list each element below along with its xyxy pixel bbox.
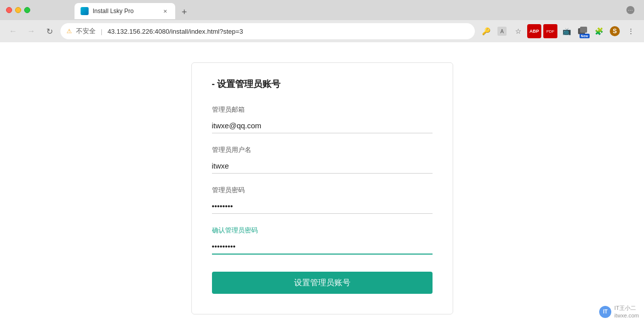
confirm-password-input[interactable]: [212, 239, 433, 255]
address-field[interactable]: ⚠ 不安全 | 43.132.156.226:4080/install/inde…: [60, 23, 475, 39]
watermark-text: IT王小二 itwxe.com: [614, 304, 639, 319]
security-icon: ⚠: [66, 28, 72, 35]
tab-favicon: [81, 7, 89, 15]
address-bar: ← → ↻ ⚠ 不安全 | 43.132.156.226:4080/instal…: [0, 20, 644, 42]
password-input[interactable]: [212, 199, 433, 214]
back-button[interactable]: ←: [6, 24, 20, 38]
tab-title: Install Lsky Pro: [93, 8, 157, 15]
watermark-logo: IT: [599, 306, 611, 318]
traffic-lights: [6, 7, 30, 13]
svg-text:A: A: [500, 29, 504, 34]
password-group: 管理员密码: [212, 186, 433, 214]
tab-close-button[interactable]: ✕: [161, 7, 169, 15]
url-text: 43.132.156.226:4080/install/index.html?s…: [107, 28, 243, 35]
email-input[interactable]: [212, 118, 433, 133]
form-card: - 设置管理员账号 管理员邮箱 管理员用户名 管理员密码 确认管理员密码 设置管…: [191, 62, 453, 314]
extensions-icon[interactable]: 🧩: [592, 24, 606, 38]
refresh-button[interactable]: ↻: [42, 24, 56, 38]
maximize-button[interactable]: [24, 7, 30, 13]
window-menu-icon: ⋯: [626, 6, 635, 15]
translate-icon[interactable]: A: [495, 24, 509, 38]
bookmark-icon[interactable]: ☆: [511, 24, 525, 38]
cast-icon[interactable]: 📺: [559, 24, 574, 38]
email-group: 管理员邮箱: [212, 105, 433, 133]
submit-button[interactable]: 设置管理员账号: [212, 272, 433, 294]
svg-text:S: S: [613, 28, 617, 35]
svg-rect-5: [580, 27, 587, 33]
password-label: 管理员密码: [212, 186, 433, 195]
toolbar-icons: 🔑 A ☆ ABP PDF 📺 New 🧩: [479, 24, 638, 38]
confirm-password-label: 确认管理员密码: [212, 226, 433, 235]
username-group: 管理员用户名: [212, 145, 433, 174]
form-title: - 设置管理员账号: [212, 78, 433, 90]
more-menu-icon[interactable]: ⋮: [624, 24, 638, 38]
abp-icon[interactable]: ABP: [527, 24, 541, 38]
confirm-password-group: 确认管理员密码: [212, 226, 433, 255]
profile-icon[interactable]: S: [608, 24, 622, 38]
key-icon[interactable]: 🔑: [479, 24, 493, 38]
active-tab[interactable]: Install Lsky Pro ✕: [75, 3, 175, 19]
watermark: IT IT王小二 itwxe.com: [599, 304, 639, 319]
close-button[interactable]: [6, 7, 12, 13]
new-badge: New: [580, 34, 590, 38]
svg-text:⋯: ⋯: [628, 8, 633, 13]
pdf-icon[interactable]: PDF: [543, 24, 557, 38]
email-label: 管理员邮箱: [212, 105, 433, 114]
forward-button[interactable]: →: [24, 24, 38, 38]
page-content: - 设置管理员账号 管理员邮箱 管理员用户名 管理员密码 确认管理员密码 设置管…: [0, 42, 644, 324]
username-label: 管理员用户名: [212, 145, 433, 154]
new-tab-button[interactable]: +: [177, 5, 191, 19]
minimize-button[interactable]: [15, 7, 21, 13]
new-badge-icon[interactable]: New: [576, 24, 590, 38]
username-input[interactable]: [212, 158, 433, 174]
security-label: 不安全: [76, 27, 96, 36]
